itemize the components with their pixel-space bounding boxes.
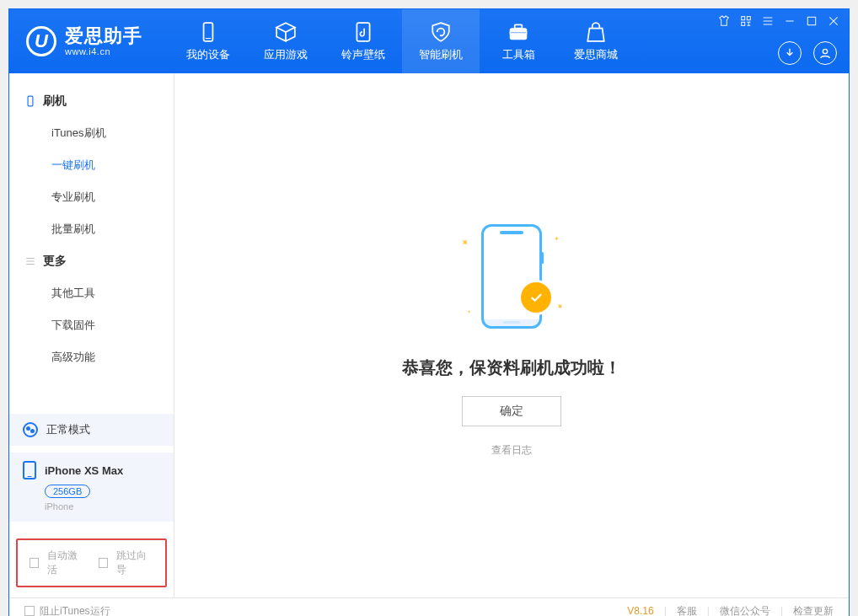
sidebar-item-one-click-flash[interactable]: 一键刷机 bbox=[9, 149, 174, 181]
group-title: 刷机 bbox=[43, 94, 67, 109]
body: 刷机 iTunes刷机 一键刷机 专业刷机 批量刷机 更多 其他工具 下载固件 … bbox=[9, 73, 849, 598]
svg-rect-4 bbox=[515, 24, 523, 28]
sidebar-group-flash-header[interactable]: 刷机 bbox=[9, 85, 174, 117]
sidebar-item-other-tools[interactable]: 其他工具 bbox=[9, 277, 174, 309]
menu-icon[interactable] bbox=[761, 14, 775, 28]
brand-name: 爱思助手 bbox=[65, 26, 142, 46]
sidebar: 刷机 iTunes刷机 一键刷机 专业刷机 批量刷机 更多 其他工具 下载固件 … bbox=[9, 73, 174, 597]
flash-options-highlight: 自动激活 跳过向导 bbox=[16, 538, 167, 587]
sidebar-group-more: 更多 其他工具 下载固件 高级功能 bbox=[9, 245, 174, 373]
close-icon[interactable] bbox=[827, 14, 840, 28]
nav-smart-flash[interactable]: 智能刷机 bbox=[402, 9, 480, 73]
mode-label: 正常模式 bbox=[46, 422, 90, 437]
device-icon bbox=[197, 21, 219, 43]
nav-ringtones-wallpapers[interactable]: 铃声壁纸 bbox=[324, 9, 402, 73]
version-label: V8.16 bbox=[627, 605, 653, 616]
sparkle-icon: ✦ bbox=[458, 236, 472, 250]
mode-icon bbox=[23, 422, 38, 437]
nav-tabs: 我的设备 应用游戏 铃声壁纸 智能刷机 工具箱 爱思商城 bbox=[169, 9, 635, 73]
brand-url: www.i4.cn bbox=[65, 46, 142, 56]
sidebar-device-card[interactable]: iPhone XS Max 256GB iPhone bbox=[9, 453, 174, 522]
sidebar-item-pro-flash[interactable]: 专业刷机 bbox=[9, 181, 174, 213]
skip-wizard-label: 跳过向导 bbox=[116, 549, 153, 577]
checkmark-badge-icon bbox=[521, 282, 551, 313]
app-window: U 爱思助手 www.i4.cn 我的设备 应用游戏 铃声壁纸 智能刷机 bbox=[8, 8, 850, 616]
footer-link-check-update[interactable]: 检查更新 bbox=[793, 604, 834, 617]
svg-rect-11 bbox=[28, 96, 33, 106]
phone-illustration-body bbox=[481, 224, 542, 329]
success-message: 恭喜您，保资料刷机成功啦！ bbox=[402, 356, 621, 379]
device-capacity: 256GB bbox=[45, 485, 90, 498]
sparkle-icon: ✦ bbox=[554, 235, 560, 243]
footer: 阻止iTunes运行 V8.16 | 客服 | 微信公众号 | 检查更新 bbox=[9, 598, 849, 616]
nav-label: 应用游戏 bbox=[264, 47, 308, 62]
music-file-icon bbox=[352, 21, 374, 43]
qr-icon[interactable] bbox=[739, 14, 753, 28]
titlebar-controls bbox=[717, 14, 840, 28]
nav-label: 爱思商城 bbox=[574, 47, 618, 62]
toolbox-icon bbox=[507, 21, 529, 43]
group-title: 更多 bbox=[43, 254, 67, 269]
skip-wizard-checkbox[interactable] bbox=[99, 558, 108, 568]
nav-apps-games[interactable]: 应用游戏 bbox=[247, 9, 324, 73]
svg-rect-5 bbox=[510, 32, 527, 34]
logo-icon: U bbox=[26, 26, 56, 56]
shield-sync-icon bbox=[430, 21, 452, 43]
block-itunes-label: 阻止iTunes运行 bbox=[40, 604, 110, 617]
nav-label: 工具箱 bbox=[502, 47, 535, 62]
main-content: ✦ ✦ ✦ ✦ 恭喜您，保资料刷机成功啦！ 确定 查看日志 bbox=[174, 73, 849, 597]
phone-icon bbox=[23, 461, 36, 479]
footer-link-support[interactable]: 客服 bbox=[677, 604, 697, 617]
list-icon bbox=[24, 255, 36, 267]
success-illustration: ✦ ✦ ✦ ✦ bbox=[448, 213, 575, 340]
nav-label: 我的设备 bbox=[186, 47, 230, 62]
maximize-icon[interactable] bbox=[805, 14, 818, 28]
sidebar-content: 刷机 iTunes刷机 一键刷机 专业刷机 批量刷机 更多 其他工具 下载固件 … bbox=[9, 73, 174, 414]
view-log-link[interactable]: 查看日志 bbox=[491, 443, 532, 458]
nav-my-device[interactable]: 我的设备 bbox=[169, 9, 247, 73]
svg-rect-7 bbox=[747, 17, 750, 20]
svg-rect-8 bbox=[742, 22, 745, 25]
svg-rect-2 bbox=[357, 23, 369, 41]
minimize-icon[interactable] bbox=[783, 14, 796, 28]
svg-point-10 bbox=[823, 49, 827, 53]
svg-rect-6 bbox=[742, 17, 745, 20]
sidebar-group-more-header[interactable]: 更多 bbox=[9, 245, 174, 277]
svg-rect-9 bbox=[807, 17, 815, 24]
nav-label: 智能刷机 bbox=[419, 47, 463, 62]
sidebar-item-batch-flash[interactable]: 批量刷机 bbox=[9, 213, 174, 245]
header: U 爱思助手 www.i4.cn 我的设备 应用游戏 铃声壁纸 智能刷机 bbox=[9, 9, 849, 73]
auto-activate-checkbox[interactable] bbox=[29, 558, 39, 568]
account-button[interactable] bbox=[813, 41, 837, 65]
device-type: iPhone bbox=[45, 501, 160, 512]
auto-activate-label: 自动激活 bbox=[47, 549, 84, 577]
nav-store[interactable]: 爱思商城 bbox=[557, 9, 635, 73]
device-mode-status[interactable]: 正常模式 bbox=[9, 414, 174, 446]
bag-icon bbox=[585, 21, 607, 43]
phone-small-icon bbox=[24, 95, 36, 107]
header-right-actions bbox=[778, 41, 837, 65]
block-itunes-checkbox[interactable] bbox=[24, 606, 35, 616]
shirt-icon[interactable] bbox=[717, 14, 731, 28]
sidebar-item-advanced[interactable]: 高级功能 bbox=[9, 341, 174, 373]
sidebar-group-flash: 刷机 iTunes刷机 一键刷机 专业刷机 批量刷机 bbox=[9, 85, 174, 245]
sidebar-item-itunes-flash[interactable]: iTunes刷机 bbox=[9, 117, 174, 149]
brand: 爱思助手 www.i4.cn bbox=[65, 26, 142, 56]
nav-label: 铃声壁纸 bbox=[341, 47, 385, 62]
sparkle-icon: ✦ bbox=[554, 301, 565, 312]
footer-link-wechat[interactable]: 微信公众号 bbox=[720, 604, 770, 617]
sidebar-item-download-firmware[interactable]: 下载固件 bbox=[9, 309, 174, 341]
box-icon bbox=[275, 21, 297, 43]
nav-toolbox[interactable]: 工具箱 bbox=[480, 9, 557, 73]
logo-area: U 爱思助手 www.i4.cn bbox=[9, 26, 159, 56]
sparkle-icon: ✦ bbox=[467, 308, 471, 314]
ok-button[interactable]: 确定 bbox=[462, 396, 561, 426]
device-name: iPhone XS Max bbox=[45, 464, 123, 477]
download-button[interactable] bbox=[778, 41, 802, 65]
